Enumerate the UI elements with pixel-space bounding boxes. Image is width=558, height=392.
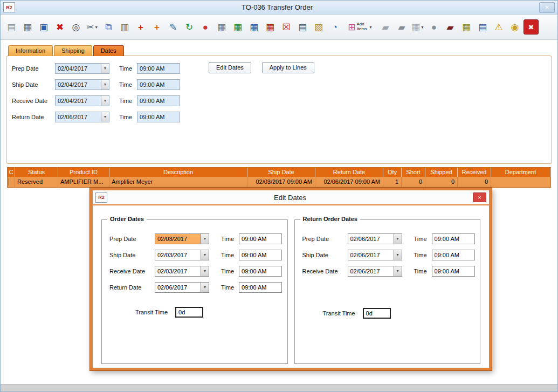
dialog-title: Edit Dates bbox=[107, 194, 473, 202]
col-header-c[interactable]: C bbox=[8, 168, 15, 177]
return-ship-date-dropdown-icon[interactable]: ▼ bbox=[394, 250, 402, 260]
grid-olive-icon[interactable]: ▦ bbox=[459, 18, 474, 36]
order-ship-time-input[interactable] bbox=[239, 250, 282, 260]
window-close-button[interactable]: × bbox=[539, 2, 555, 13]
time-label: Time bbox=[119, 81, 132, 88]
new-document-icon[interactable]: ▤ bbox=[4, 18, 19, 36]
return-prep-date-dropdown-icon[interactable]: ▼ bbox=[394, 233, 402, 244]
receive-date-input[interactable] bbox=[55, 95, 101, 106]
tab-dates[interactable]: Dates bbox=[93, 45, 124, 56]
receive-date-dropdown-icon[interactable]: ▼ bbox=[101, 95, 109, 106]
return-date-row: Return Date ▼ Time bbox=[12, 111, 552, 122]
edit-dates-button[interactable]: Edit Dates bbox=[209, 62, 251, 73]
ship-date-input[interactable] bbox=[55, 79, 101, 90]
return-receive-time-input[interactable] bbox=[432, 266, 475, 277]
add-icon[interactable]: + bbox=[133, 18, 148, 36]
ledger-icon[interactable]: ▦ bbox=[263, 18, 278, 36]
return-prep-date-input[interactable] bbox=[348, 233, 394, 244]
order-prep-date-row: Prep Date ▼ Time bbox=[109, 233, 287, 244]
stamp-icon[interactable]: ◉ bbox=[507, 18, 522, 36]
warning-icon[interactable]: ⚠ bbox=[491, 18, 506, 36]
cell-c[interactable] bbox=[8, 177, 15, 187]
row-checkbox[interactable] bbox=[8, 178, 9, 185]
package-icon[interactable]: ▧ bbox=[311, 18, 326, 36]
edit-icon[interactable]: ✎ bbox=[166, 18, 181, 36]
return-ship-date-label: Ship Date bbox=[302, 252, 348, 258]
rock-icon[interactable]: ● bbox=[426, 18, 442, 36]
time-label: Time bbox=[221, 252, 234, 258]
grid-blue-icon[interactable]: ▦ bbox=[246, 18, 261, 36]
order-ship-date-input[interactable] bbox=[155, 250, 201, 260]
col-header-description[interactable]: Description bbox=[109, 168, 247, 177]
order-receive-date-input[interactable] bbox=[155, 266, 201, 277]
col-header-status[interactable]: Status bbox=[15, 168, 58, 177]
calculator-icon[interactable]: ▦ bbox=[214, 18, 229, 36]
order-transit-input[interactable] bbox=[175, 307, 203, 318]
refresh-icon[interactable]: ↻ bbox=[182, 18, 197, 36]
return-date-label: Return Date bbox=[12, 114, 55, 120]
order-return-date-input[interactable] bbox=[155, 282, 201, 293]
order-receive-time-input[interactable] bbox=[239, 266, 282, 277]
report-icon[interactable]: ▤ bbox=[475, 18, 490, 36]
return-date-dropdown-icon[interactable]: ▼ bbox=[101, 112, 109, 122]
cut-icon[interactable]: ✂▼ bbox=[85, 18, 100, 36]
spheres-icon[interactable]: ● bbox=[198, 18, 213, 36]
grid-green-icon[interactable]: ▦ bbox=[230, 18, 245, 36]
add-items-button[interactable]: ⊞ Add Items ▼ bbox=[343, 18, 377, 36]
order-return-date-dropdown-icon[interactable]: ▼ bbox=[201, 282, 209, 293]
save-icon[interactable]: ▣ bbox=[36, 18, 51, 36]
order-receive-date-dropdown-icon[interactable]: ▼ bbox=[201, 266, 209, 277]
truck-icon[interactable]: ▰ bbox=[378, 18, 393, 36]
delete-icon[interactable]: ✖ bbox=[52, 18, 67, 36]
dialog-close-button[interactable]: × bbox=[473, 192, 486, 202]
col-header-product-id[interactable]: Product ID bbox=[58, 168, 109, 177]
calendar-icon[interactable]: ▤ bbox=[295, 18, 310, 36]
col-header-shipped[interactable]: Shipped bbox=[425, 168, 458, 177]
col-header-received[interactable]: Received bbox=[458, 168, 491, 177]
order-return-time-input[interactable] bbox=[239, 282, 282, 293]
add-row-icon[interactable]: + bbox=[149, 18, 164, 36]
globe-icon[interactable]: ◔ bbox=[327, 18, 342, 36]
find-icon[interactable]: ◎ bbox=[68, 18, 84, 36]
return-receive-date-input[interactable] bbox=[348, 266, 394, 277]
add-items-dropdown-icon[interactable]: ▼ bbox=[369, 25, 373, 29]
return-time-input[interactable] bbox=[137, 112, 180, 122]
truck-glyph: ▰ bbox=[382, 23, 389, 32]
col-header-qty[interactable]: Qty bbox=[383, 168, 402, 177]
col-header-ship-date[interactable]: Ship Date bbox=[247, 168, 315, 177]
paste-glyph: ▥ bbox=[120, 23, 129, 32]
prep-date-dropdown-icon[interactable]: ▼ bbox=[101, 63, 109, 74]
ship-time-input[interactable] bbox=[137, 79, 180, 90]
return-ship-date-input[interactable] bbox=[348, 250, 394, 260]
receive-date-label: Receive Date bbox=[12, 98, 55, 104]
tab-information[interactable]: Information bbox=[8, 45, 53, 56]
dialog-content: Order Dates Prep Date ▼ Time Ship Date ▼ bbox=[93, 205, 489, 364]
copy-icon[interactable]: ⧉ bbox=[101, 18, 116, 36]
van-icon[interactable]: ▰ bbox=[443, 18, 458, 36]
prep-date-input[interactable] bbox=[55, 63, 101, 74]
delete-row-icon[interactable]: ☒ bbox=[279, 18, 294, 36]
apply-to-lines-button[interactable]: Apply to Lines bbox=[262, 62, 314, 73]
col-header-department[interactable]: Department bbox=[491, 168, 550, 177]
col-header-short[interactable]: Short bbox=[402, 168, 425, 177]
order-prep-time-input[interactable] bbox=[239, 233, 282, 244]
truck-alt-icon[interactable]: ▰ bbox=[394, 18, 409, 36]
return-ship-time-input[interactable] bbox=[432, 250, 475, 260]
order-prep-date-dropdown-icon[interactable]: ▼ bbox=[201, 233, 209, 244]
order-ship-date-dropdown-icon[interactable]: ▼ bbox=[201, 250, 209, 260]
receive-time-input[interactable] bbox=[137, 95, 180, 106]
cut-dropdown-icon[interactable]: ▼ bbox=[94, 25, 98, 29]
return-transit-input[interactable] bbox=[363, 308, 391, 319]
table-row[interactable]: Reserved AMPLIFIER M... Amplifier Meyer … bbox=[8, 177, 550, 187]
exit-icon[interactable]: ✖ bbox=[523, 19, 539, 35]
paste-icon[interactable]: ▥ bbox=[117, 18, 132, 36]
ship-date-dropdown-icon[interactable]: ▼ bbox=[101, 79, 109, 90]
return-prep-time-input[interactable] bbox=[432, 233, 475, 244]
print-icon[interactable]: ▦ bbox=[20, 18, 35, 36]
order-prep-date-input[interactable] bbox=[155, 233, 201, 244]
prep-time-input[interactable] bbox=[137, 63, 180, 74]
tab-shipping[interactable]: Shipping bbox=[54, 45, 92, 56]
return-date-input[interactable] bbox=[55, 112, 101, 122]
return-receive-date-dropdown-icon[interactable]: ▼ bbox=[394, 266, 402, 277]
col-header-return-date[interactable]: Return Date bbox=[315, 168, 383, 177]
